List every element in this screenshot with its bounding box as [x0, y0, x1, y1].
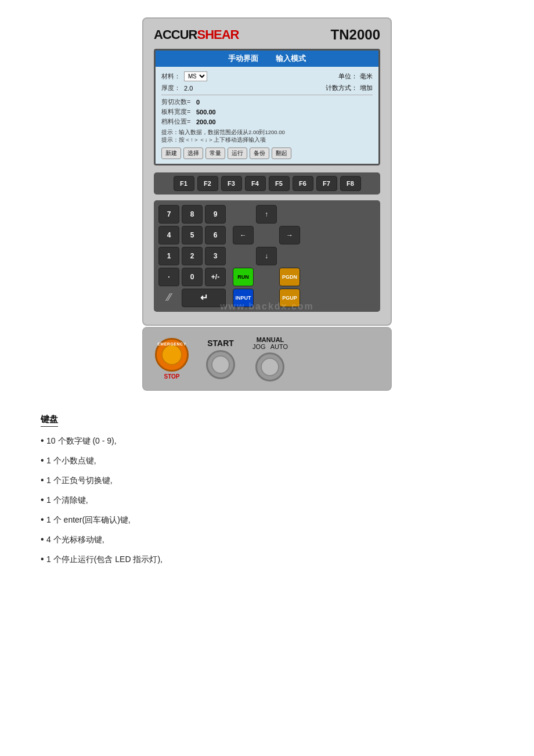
bottom-controls: EMERGENCY STOP START MANUAL JOG AUTO	[142, 327, 392, 391]
key-down[interactable]: ↓	[256, 247, 277, 265]
bullet-item-5: 1 个 enter(回车确认)键,	[41, 513, 493, 527]
unit-value: 毫米	[360, 72, 373, 81]
fn-key-f5[interactable]: F5	[269, 176, 290, 191]
jog-auto-button[interactable]	[255, 352, 284, 381]
estop-inner	[161, 344, 182, 365]
cut-count-label: 剪切次数=	[161, 98, 196, 106]
key-pgdn[interactable]: PGDN	[279, 268, 300, 286]
manual-labels: MANUAL JOG AUTO	[252, 336, 288, 350]
estop-group: EMERGENCY STOP	[155, 338, 189, 380]
count-method-label: 计数方式：	[326, 84, 358, 92]
key-plusminus[interactable]: +/-	[205, 268, 226, 286]
key-3[interactable]: 3	[205, 247, 226, 265]
btn-select[interactable]: 选择	[183, 147, 203, 159]
key-enter[interactable]: ↵	[182, 289, 226, 307]
key-8[interactable]: 8	[182, 205, 203, 224]
model-name: TN2000	[331, 27, 380, 43]
hint2: 提示：按＜↑＞＜↓＞上下移动选择输入项	[161, 136, 373, 143]
screen-buttons: 新建 选择 常量 运行 备份 翻起	[161, 147, 373, 159]
screen-title-left: 手动界面	[228, 53, 258, 64]
unit-label: 单位：	[338, 72, 358, 81]
display-screen: 手动界面 输入模式 材料： MS 单位： 毫米	[154, 49, 380, 165]
brand-text: ACCUR	[154, 27, 197, 42]
fn-key-f6[interactable]: F6	[293, 176, 313, 191]
estop-label-top: EMERGENCY	[157, 342, 186, 346]
fn-key-f3[interactable]: F3	[221, 176, 242, 191]
bullet-item-6: 4 个光标移动键,	[41, 532, 493, 546]
keypad-area: 7 8 9 4 5 6 1 2 3 · 0 +/- ⁄⁄ ↵	[154, 200, 380, 312]
stop-pos-value: 200.00	[196, 118, 216, 125]
nav-empty-5	[279, 247, 300, 265]
key-pgup[interactable]: PGUP	[279, 289, 300, 307]
bullet-item-3: 1 个正负号切换键,	[41, 473, 493, 487]
screen-title-right: 输入模式	[276, 53, 306, 64]
key-up[interactable]: ↑	[256, 205, 277, 224]
brand-logo: ACCURSHEAR	[154, 27, 239, 42]
brand-shear-text: SHEAR	[197, 27, 239, 42]
bullet-item-4: 1 个清除键,	[41, 493, 493, 507]
screen-title-bar: 手动界面 输入模式	[156, 51, 378, 67]
btn-new[interactable]: 新建	[161, 147, 181, 159]
nav-empty-2	[279, 205, 300, 224]
text-section: 键盘 10 个数字键 (0 - 9), 1 个小数点键, 1 个正负号切换键, …	[23, 414, 511, 566]
btn-run[interactable]: 运行	[228, 147, 247, 159]
key-6[interactable]: 6	[205, 226, 226, 244]
key-5[interactable]: 5	[182, 226, 203, 244]
key-7[interactable]: 7	[158, 205, 179, 224]
key-9[interactable]: 9	[205, 205, 226, 224]
start-button[interactable]	[206, 350, 235, 379]
fn-key-f8[interactable]: F8	[340, 176, 361, 191]
count-method-value: 增加	[360, 84, 373, 92]
auto-label: AUTO	[270, 343, 288, 350]
key-right[interactable]: →	[279, 226, 300, 244]
nav-empty-7	[256, 289, 277, 307]
key-run[interactable]: RUN	[233, 268, 254, 286]
jog-label: JOG	[252, 343, 266, 350]
sheet-width-row: 板料宽度= 500.00	[161, 107, 373, 116]
fn-key-f7[interactable]: F7	[316, 176, 337, 191]
fn-key-f2[interactable]: F2	[197, 176, 218, 191]
nav-empty-1	[233, 205, 254, 224]
unit-section: 单位： 毫米	[338, 72, 373, 81]
btn-normal[interactable]: 常量	[205, 147, 225, 159]
estop-button[interactable]: EMERGENCY	[155, 338, 189, 372]
fn-key-f1[interactable]: F1	[174, 176, 194, 191]
nav-empty-6	[256, 268, 277, 286]
stop-pos-label: 档料位置=	[161, 117, 196, 126]
key-1[interactable]: 1	[158, 247, 179, 265]
bullet-item-2: 1 个小数点键,	[41, 453, 493, 467]
sheet-width-value: 500.00	[196, 109, 216, 116]
key-0[interactable]: 0	[182, 268, 203, 286]
thickness-label: 厚度：	[161, 84, 181, 92]
jog-auto-button-inner	[261, 358, 279, 376]
count-method-section: 计数方式： 增加	[326, 84, 373, 92]
key-4[interactable]: 4	[158, 226, 179, 244]
start-label: START	[207, 339, 234, 348]
nav-empty-4	[233, 247, 254, 265]
sheet-width-label: 板料宽度=	[161, 107, 196, 116]
btn-backup[interactable]: 备份	[250, 147, 269, 159]
material-label: 材料：	[161, 72, 181, 81]
bullet-item-1: 10 个数字键 (0 - 9),	[41, 434, 493, 448]
hint-text: 提示：输入数据，数据范围必须从2.00到1200.00 提示：按＜↑＞＜↓＞上下…	[161, 128, 373, 144]
nav-pad: ↑ ← → ↓ RUN PGDN INPUT	[233, 205, 300, 307]
manual-group: MANUAL JOG AUTO	[252, 336, 288, 381]
thickness-value: 2.0	[184, 85, 193, 92]
start-button-inner	[211, 355, 230, 374]
key-clear[interactable]: ⁄⁄	[158, 289, 179, 307]
manual-title: MANUAL	[257, 336, 284, 343]
hint1: 提示：输入数据，数据范围必须从2.00到1200.00	[161, 128, 373, 136]
key-decimal[interactable]: ·	[158, 268, 179, 286]
section-title: 键盘	[41, 414, 58, 427]
fn-key-row: F1 F2 F3 F4 F5 F6 F7 F8	[154, 172, 380, 195]
key-input[interactable]: INPUT	[233, 289, 254, 307]
key-left[interactable]: ←	[233, 226, 254, 244]
btn-reset[interactable]: 翻起	[272, 147, 291, 159]
fn-key-f4[interactable]: F4	[245, 176, 266, 191]
key-2[interactable]: 2	[182, 247, 203, 265]
thickness-row: 厚度： 2.0 计数方式： 增加	[161, 84, 373, 92]
material-select[interactable]: MS	[184, 71, 207, 81]
nav-empty-3	[256, 226, 277, 244]
numeric-pad: 7 8 9 4 5 6 1 2 3 · 0 +/- ⁄⁄ ↵	[158, 205, 226, 307]
cut-count-value: 0	[196, 99, 200, 106]
